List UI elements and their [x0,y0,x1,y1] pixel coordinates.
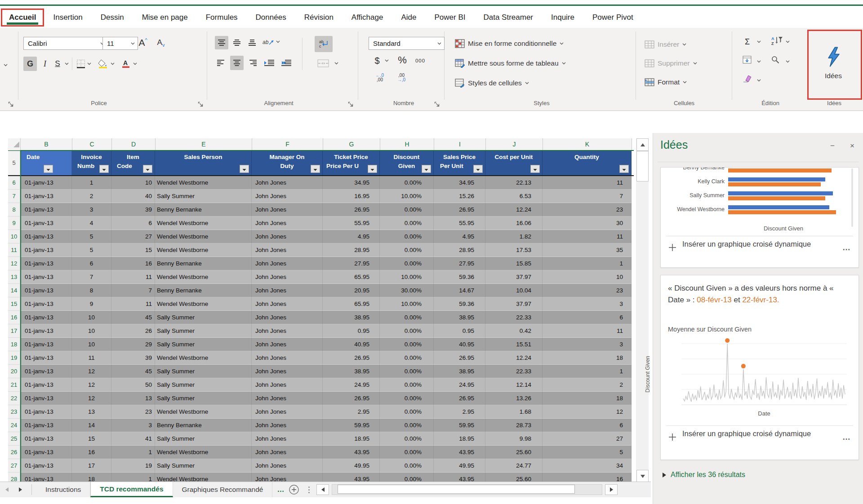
cell-D17[interactable]: 26 [111,324,155,338]
cell-C11[interactable]: 5 [72,243,111,257]
sheet-tab-tcd-recommandés[interactable]: TCD recommandés [90,482,173,497]
cell-C19[interactable]: 11 [72,351,111,365]
cell-F23[interactable]: John Jones [252,405,323,419]
cell-I14[interactable]: 14.67 [434,284,485,297]
cell-D10[interactable]: 27 [111,230,155,243]
cell-D8[interactable]: 39 [111,203,155,217]
cell-J8[interactable]: 12.24 [485,203,543,217]
cell-J23[interactable]: 1.68 [485,405,543,419]
cell-F9[interactable]: John Jones [252,217,323,230]
bold-button[interactable]: G [23,57,37,71]
cell-G12[interactable]: 27.95 [323,257,380,270]
ribbon-tab-insertion[interactable]: Insertion [44,9,91,27]
cell-F24[interactable]: John Jones [252,419,323,432]
table-header-cell-C[interactable]: InvoiceNumb [72,151,111,175]
cell-J17[interactable]: 0.42 [485,324,543,338]
cell-E21[interactable]: Sally Summer [155,378,252,392]
cell-J14[interactable]: 10.04 [485,284,543,297]
cell-D23[interactable]: 23 [111,405,155,419]
cell-H20[interactable]: 0.00% [380,365,434,378]
cell-G7[interactable]: 16.95 [323,190,380,203]
cell-C12[interactable]: 6 [72,257,111,270]
filter-button-E[interactable] [240,165,249,173]
cell-D20[interactable]: 45 [111,365,155,378]
row-header-26[interactable]: 26 [8,446,20,459]
cell-I11[interactable]: 28.95 [434,243,485,257]
ribbon-tab-affichage[interactable]: Affichage [343,9,392,27]
row-header-23[interactable]: 23 [8,405,20,419]
cell-C14[interactable]: 8 [72,284,111,297]
cell-D11[interactable]: 15 [111,243,155,257]
cell-K9[interactable]: 30 [543,217,632,230]
cell-B20[interactable]: 01-janv-13 [20,365,72,378]
vertical-scrollbar[interactable] [636,138,649,482]
cell-H26[interactable]: 0.00% [380,446,434,459]
cell-K15[interactable]: 3 [543,297,632,311]
cell-K27[interactable]: 34 [543,459,632,473]
row-header-13[interactable]: 13 [8,270,20,284]
ribbon-collapse-chevron-icon[interactable] [4,64,8,66]
cell-K22[interactable]: 18 [543,392,632,405]
cell-B9[interactable]: 01-janv-13 [20,217,72,230]
cell-G16[interactable]: 38.95 [323,311,380,324]
cell-G28[interactable]: 43.95 [323,473,380,482]
table-header-cell-G[interactable]: Ticket PricePrice Per U [323,151,380,175]
pane-minimize-button[interactable]: − [827,140,838,152]
cell-C16[interactable]: 10 [72,311,111,324]
shrink-font-button[interactable]: Av [153,36,169,49]
cell-F6[interactable]: John Jones [252,176,323,190]
cell-E28[interactable]: Wendel Westborne [155,473,252,482]
cell-I15[interactable]: 59.36 [434,297,485,311]
ribbon-tab-power-pivot[interactable]: Power Pivot [583,9,642,27]
sort-filter-chevron-icon[interactable] [786,40,790,43]
cell-H21[interactable]: 0.00% [380,378,434,392]
cell-B28[interactable]: 01-janv-13 [20,473,72,482]
cell-H24[interactable]: 0.00% [380,419,434,432]
cell-E23[interactable]: Wendel Westborne [155,405,252,419]
sheet-nav-next-button[interactable] [13,482,27,497]
row-header-5[interactable]: 5 [8,151,20,175]
card-scrollbar[interactable] [851,168,853,227]
row-header-27[interactable]: 27 [8,459,20,473]
cell-C7[interactable]: 2 [72,190,111,203]
underline-button[interactable]: S [52,57,63,71]
cell-K25[interactable]: 27 [543,432,632,446]
cell-J21[interactable]: 12.14 [485,378,543,392]
cell-H6[interactable]: 0.00% [380,176,434,190]
cells-item-format[interactable]: Format [645,75,687,89]
cell-K18[interactable]: 3 [543,338,632,351]
cell-E7[interactable]: Sally Summer [155,190,252,203]
cell-K13[interactable]: 10 [543,270,632,284]
cell-F27[interactable]: John Jones [252,459,323,473]
cell-K8[interactable]: 23 [543,203,632,217]
decrease-indent-button[interactable] [262,56,277,70]
column-header-B[interactable]: B [21,138,72,150]
row-header-12[interactable]: 12 [8,257,20,270]
cell-G21[interactable]: 24.95 [323,378,380,392]
cell-D12[interactable]: 16 [111,257,155,270]
cell-G13[interactable]: 65.95 [323,270,380,284]
cell-J28[interactable]: 25.60 [485,473,543,482]
cell-E19[interactable]: Wendel Westborne [155,351,252,365]
cell-G18[interactable]: 40.95 [323,338,380,351]
table-header-cell-E[interactable]: Sales Person [155,151,252,175]
grow-font-button[interactable]: A^ [135,36,151,49]
table-header-cell-F[interactable]: Manager OnDuty [252,151,323,175]
cell-E9[interactable]: Wendel Westborne [155,217,252,230]
cell-B26[interactable]: 01-janv-13 [20,446,72,459]
cell-D27[interactable]: 19 [111,459,155,473]
cell-F8[interactable]: John Jones [252,203,323,217]
clear-chevron-icon[interactable] [757,79,761,82]
cell-H14[interactable]: 30.00% [380,284,434,297]
font-name-combo[interactable]: Calibri [23,37,107,50]
sheet-tab-graphiques-recommandé[interactable]: Graphiques Recommandé [173,482,273,497]
cell-C28[interactable]: 18 [72,473,111,482]
cell-E14[interactable]: Benny Bernanke [155,284,252,297]
styles-item-1[interactable]: Mettre sous forme de tableau [455,57,566,70]
row-header-14[interactable]: 14 [8,284,20,297]
cell-G14[interactable]: 20.95 [323,284,380,297]
cell-H10[interactable]: 0.00% [380,230,434,243]
horizontal-scrollbar[interactable] [332,484,602,495]
cell-B18[interactable]: 01-janv-13 [20,338,72,351]
row-header-9[interactable]: 9 [8,217,20,230]
